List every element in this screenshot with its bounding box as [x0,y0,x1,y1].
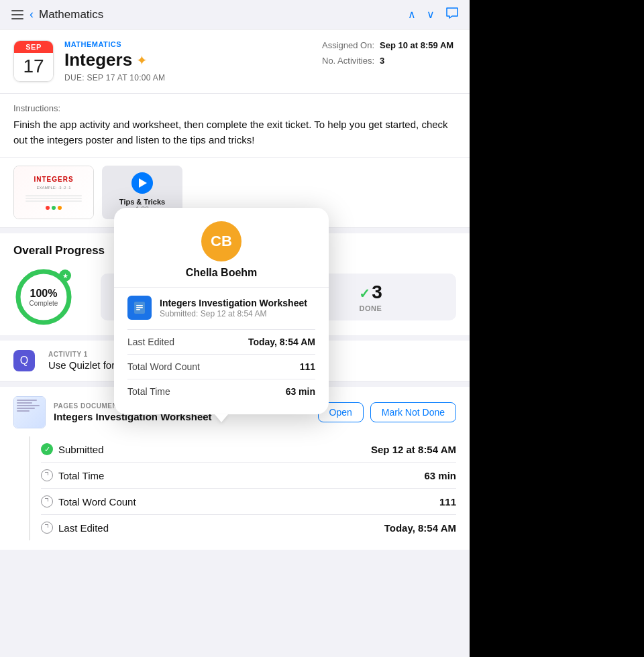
assigned-on-row: Assigned On: Sep 10 at 8:59 AM [322,40,453,50]
last-edited-label: Last Edited [58,522,109,534]
total-word-count-icon [41,495,53,507]
video-label: Tips & Tricks [119,198,165,206]
popup-tail [215,414,228,422]
total-time-value: 63 min [424,470,456,481]
total-word-count-row: Total Word Count 111 [41,489,456,515]
total-time-row: Total Time 63 min [41,463,456,489]
top-bar-left: ‹ Mathematics [11,7,103,21]
video-play-button[interactable] [131,172,153,194]
popup-doc-icon [127,296,152,320]
popup-doc-sub: Submitted: Sep 12 at 8:54 AM [160,309,307,318]
total-word-count-left: Total Word Count [41,495,136,507]
total-word-count-value: 111 [439,496,456,507]
assignment-due: DUE: SEP 17 AT 10:00 AM [64,73,311,82]
circle-percent: 100% [30,288,58,300]
submitted-date: Sep 12 at 8:54 AM [371,444,456,455]
avatar: CB [201,221,241,261]
assignment-info: MATHEMATICS Integers ✦ DUE: SEP 17 AT 10… [64,40,311,82]
pages-buttons: Open Mark Not Done [318,402,456,422]
instructions-section: Instructions: Finish the app activity an… [0,94,470,158]
popup-word-count-label: Total Word Count [127,361,200,372]
poster-subtitle: EXAMPLE: -3 -2 -1 [36,186,70,190]
instructions-text: Finish the app activity and worksheet, t… [13,117,456,147]
popup-word-count-row: Total Word Count 111 [127,354,315,379]
svg-rect-1 [11,14,23,15]
last-edited-row: Last Edited Today, 8:54 AM [41,515,456,540]
last-edited-value: Today, 8:54 AM [384,522,456,534]
student-name: Chella Boehm [186,267,258,279]
mark-not-done-button[interactable]: Mark Not Done [370,402,456,422]
assignment-subject: MATHEMATICS [64,40,311,48]
calendar-badge: SEP 17 [13,40,54,82]
assigned-on-value: Sep 10 at 8:59 AM [380,40,453,50]
assignment-title-row: Integers ✦ [64,50,311,70]
down-icon[interactable]: ∨ [427,8,435,21]
calendar-month: SEP [14,41,53,53]
svg-rect-8 [136,309,140,310]
total-time-label: Total Time [58,470,104,481]
submitted-left: ✓ Submitted [41,443,104,455]
activity-name: Use Quizlet for... [48,359,123,371]
stat-check-icon: ✓ [359,286,370,301]
popup-doc-info: Integers Investigation Worksheet Submitt… [160,298,307,318]
popup-total-time-label: Total Time [127,386,170,397]
play-triangle-icon [139,178,147,188]
up-icon[interactable]: ∧ [408,8,416,21]
back-button[interactable]: ‹ [30,7,34,21]
assignment-title: Integers [64,50,132,70]
popup-avatar-area: CB Chella Boehm [114,208,329,288]
comment-icon[interactable] [445,7,459,22]
svg-rect-6 [136,305,143,306]
instructions-label: Instructions: [13,103,456,113]
last-edited-icon [41,522,53,534]
popup-overlay: CB Chella Boehm Integers Investigation W… [114,208,329,414]
popup-total-time-value: 63 min [286,386,315,397]
assignment-meta: Assigned On: Sep 10 at 8:59 AM No. Activ… [322,40,456,66]
submitted-row: ✓ Submitted Sep 12 at 8:54 AM [41,436,456,463]
svg-rect-2 [11,18,23,19]
sidebar-icon[interactable] [11,8,24,21]
circle-label: Complete [30,300,58,307]
total-word-count-label: Total Word Count [58,496,136,507]
no-activities-label: No. Activities: [322,56,374,66]
circle-center: 100% Complete [30,288,58,307]
popup-last-edited-row: Last Edited Today, 8:54 AM [127,329,315,354]
stat-done-value: 3 [372,282,382,302]
pages-thumbnail [13,396,46,428]
assigned-on-label: Assigned On: [322,40,374,50]
total-time-icon [41,469,53,481]
attachment-poster[interactable]: INTEGERS EXAMPLE: -3 -2 -1 [13,166,94,219]
popup-doc-row: Integers Investigation Worksheet Submitt… [127,296,315,320]
page-title: Mathematics [39,8,103,21]
last-edited-left: Last Edited [41,522,109,534]
sparkle-icon: ✦ [136,52,148,68]
svg-rect-7 [136,307,143,308]
poster-title: INTEGERS [34,176,73,183]
check-circle-icon: ✓ [41,443,53,455]
popup-total-time-row: Total Time 63 min [127,379,315,404]
popup-last-edited-value: Today, 8:54 AM [248,337,315,347]
total-time-left: Total Time [41,469,104,481]
top-bar: ‹ Mathematics ∧ ∨ [0,0,470,29]
assignment-header: SEP 17 MATHEMATICS Integers ✦ DUE: SEP 1… [0,29,470,94]
activity-icon: Q [13,350,35,371]
activity-tag: ACTIVITY 1 [48,351,123,358]
activity-info: ACTIVITY 1 Use Quizlet for... [48,351,123,371]
no-activities-row: No. Activities: 3 [322,56,384,66]
star-badge: ★ [59,270,71,282]
right-panel [470,0,644,657]
popup-word-count-value: 111 [300,361,315,372]
top-bar-right: ∧ ∨ [408,7,459,22]
popup-doc-name: Integers Investigation Worksheet [160,298,307,308]
popup-content: Integers Investigation Worksheet Submitt… [114,288,329,404]
circle-progress: 100% Complete ★ [13,267,74,327]
submitted-label: Submitted [58,444,104,455]
no-activities-value: 3 [380,56,384,66]
svg-rect-0 [11,10,23,11]
left-panel: ‹ Mathematics ∧ ∨ SEP 17 MATHEMATICS Int… [0,0,470,657]
popup-last-edited-label: Last Edited [127,337,174,347]
calendar-day: 17 [14,53,53,81]
